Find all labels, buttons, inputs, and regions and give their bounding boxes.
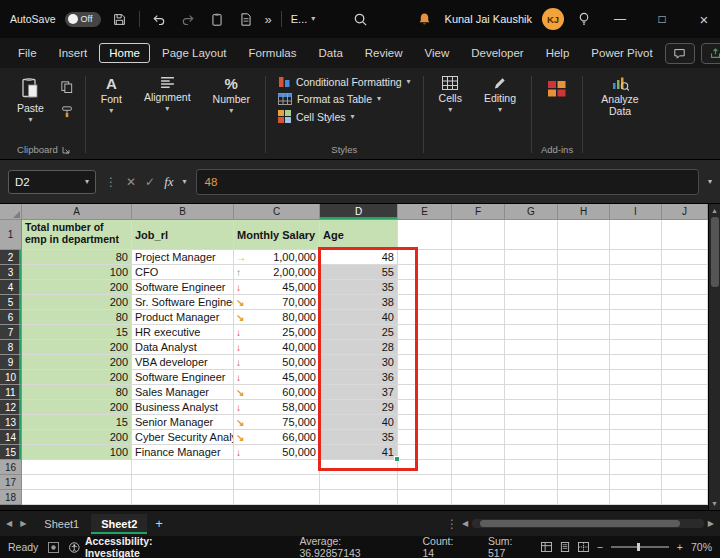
cell-E12[interactable]	[398, 400, 452, 415]
cell-F4[interactable]	[452, 280, 505, 295]
cell-H13[interactable]	[558, 415, 610, 430]
undo-icon[interactable]	[149, 7, 169, 31]
cell-I11[interactable]	[610, 385, 662, 400]
cell-C7[interactable]: ↓25,000	[234, 325, 320, 340]
cell-B1[interactable]: Job_rl	[132, 220, 234, 250]
cell-J18[interactable]	[662, 490, 708, 505]
cell-J11[interactable]	[662, 385, 708, 400]
cell-G1[interactable]	[505, 220, 558, 250]
cell-A6[interactable]: 80	[22, 310, 132, 325]
horizontal-scrollbar[interactable]	[472, 519, 704, 528]
cell-F18[interactable]	[452, 490, 505, 505]
cell-E10[interactable]	[398, 370, 452, 385]
cell-E2[interactable]	[398, 250, 452, 265]
row-header-6[interactable]: 6	[0, 310, 22, 325]
cell-A5[interactable]: 200	[22, 295, 132, 310]
cell-H3[interactable]	[558, 265, 610, 280]
zoom-in-button[interactable]: +	[677, 541, 683, 553]
cell-D14[interactable]: 35	[320, 430, 398, 445]
cell-J12[interactable]	[662, 400, 708, 415]
save-icon[interactable]	[110, 7, 130, 31]
account-name[interactable]: Kunal Jai Kaushik	[445, 13, 532, 25]
row-header-11[interactable]: 11	[0, 385, 22, 400]
cell-G17[interactable]	[505, 475, 558, 490]
cell-H5[interactable]	[558, 295, 610, 310]
sheet-nav-right-icon[interactable]: ▶	[20, 519, 26, 528]
cell-E14[interactable]	[398, 430, 452, 445]
cell-G14[interactable]	[505, 430, 558, 445]
alignment-menu-button[interactable]: Alignment ▾	[137, 72, 198, 117]
cell-A4[interactable]: 200	[22, 280, 132, 295]
cell-C13[interactable]: ↘75,000	[234, 415, 320, 430]
insert-function-button[interactable]: fx	[164, 174, 173, 190]
cell-E7[interactable]	[398, 325, 452, 340]
cell-B16[interactable]	[132, 460, 234, 475]
cell-B12[interactable]: Business Analyst	[132, 400, 234, 415]
cell-D2[interactable]: 48	[320, 250, 398, 265]
row-header-13[interactable]: 13	[0, 415, 22, 430]
format-painter-button[interactable]	[57, 103, 77, 121]
cell-J16[interactable]	[662, 460, 708, 475]
cell-B17[interactable]	[132, 475, 234, 490]
overflow-icon[interactable]: »	[265, 13, 272, 26]
row-header-4[interactable]: 4	[0, 280, 22, 295]
cell-F13[interactable]	[452, 415, 505, 430]
cell-E6[interactable]	[398, 310, 452, 325]
row-header-18[interactable]: 18	[0, 490, 22, 505]
column-header-I[interactable]: I	[610, 204, 662, 220]
cell-I4[interactable]	[610, 280, 662, 295]
cell-F9[interactable]	[452, 355, 505, 370]
ribbon-tab-developer[interactable]: Developer	[461, 43, 533, 63]
autosave-toggle[interactable]: Off	[65, 12, 101, 27]
row-header-16[interactable]: 16	[0, 460, 22, 475]
cell-G6[interactable]	[505, 310, 558, 325]
row-header-7[interactable]: 7	[0, 325, 22, 340]
ribbon-tab-view[interactable]: View	[415, 43, 460, 63]
cell-D16[interactable]	[320, 460, 398, 475]
cell-B14[interactable]: Cyber Security Analyst	[132, 430, 234, 445]
cell-I14[interactable]	[610, 430, 662, 445]
macro-record-icon[interactable]	[48, 542, 59, 553]
column-header-B[interactable]: B	[132, 204, 234, 220]
cell-F14[interactable]	[452, 430, 505, 445]
cell-H15[interactable]	[558, 445, 610, 460]
cell-D6[interactable]: 40	[320, 310, 398, 325]
cell-F8[interactable]	[452, 340, 505, 355]
cell-A9[interactable]: 200	[22, 355, 132, 370]
cell-J2[interactable]	[662, 250, 708, 265]
ribbon-tab-file[interactable]: File	[8, 43, 47, 63]
cell-H6[interactable]	[558, 310, 610, 325]
cell-E16[interactable]	[398, 460, 452, 475]
column-header-F[interactable]: F	[452, 204, 505, 220]
zoom-slider[interactable]	[611, 546, 669, 548]
cell-A16[interactable]	[22, 460, 132, 475]
cell-A18[interactable]	[22, 490, 132, 505]
cell-A1[interactable]: Total number of emp in department	[22, 220, 132, 250]
row-header-5[interactable]: 5	[0, 295, 22, 310]
scroll-down-icon[interactable]: ▼	[711, 497, 718, 510]
cell-B18[interactable]	[132, 490, 234, 505]
cell-I17[interactable]	[610, 475, 662, 490]
cell-G8[interactable]	[505, 340, 558, 355]
row-header-9[interactable]: 9	[0, 355, 22, 370]
cell-G5[interactable]	[505, 295, 558, 310]
cell-A8[interactable]: 200	[22, 340, 132, 355]
copy-button[interactable]	[57, 78, 77, 96]
cell-G9[interactable]	[505, 355, 558, 370]
row-header-2[interactable]: 2	[0, 250, 22, 265]
sheet-tab-sheet2[interactable]: Sheet2	[91, 514, 147, 534]
cell-E1[interactable]	[398, 220, 452, 250]
cell-H16[interactable]	[558, 460, 610, 475]
row-header-14[interactable]: 14	[0, 430, 22, 445]
sheet-nav-left-icon[interactable]: ◀	[6, 519, 12, 528]
column-header-E[interactable]: E	[398, 204, 452, 220]
ribbon-tab-page-layout[interactable]: Page Layout	[152, 43, 237, 63]
cell-J1[interactable]	[662, 220, 708, 250]
column-header-A[interactable]: A	[22, 204, 132, 220]
cell-D4[interactable]: 35	[320, 280, 398, 295]
formula-input[interactable]: 48	[196, 169, 699, 195]
cell-C16[interactable]	[234, 460, 320, 475]
notification-bell-icon[interactable]	[415, 7, 435, 31]
cell-A13[interactable]: 15	[22, 415, 132, 430]
font-menu-button[interactable]: A Font ▾	[94, 72, 129, 119]
